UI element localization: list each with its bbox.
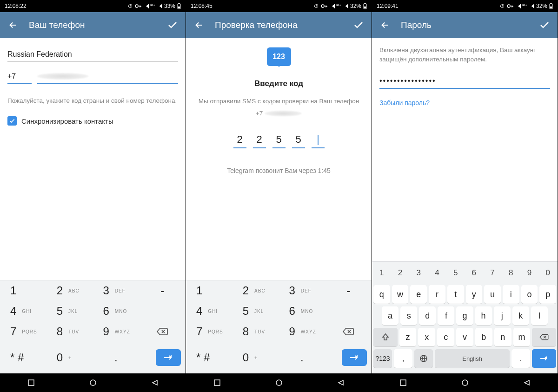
keypad-key-1[interactable]: 1 bbox=[0, 280, 46, 301]
symbols-key[interactable]: ?123 bbox=[373, 349, 392, 368]
keypad-key-3[interactable]: 3DEF bbox=[93, 280, 140, 301]
key-b[interactable]: b bbox=[475, 328, 492, 346]
globe-key[interactable] bbox=[414, 349, 433, 368]
key-8[interactable]: 8 bbox=[503, 264, 519, 282]
keypad-key-9[interactable]: 9WXYZ bbox=[279, 321, 326, 342]
keypad-enter[interactable] bbox=[139, 342, 186, 373]
key-2[interactable]: 2 bbox=[392, 264, 409, 282]
nav-back-icon[interactable] bbox=[337, 379, 345, 386]
key-e[interactable]: e bbox=[410, 285, 427, 304]
keypad-key-6[interactable]: 6MNO bbox=[279, 301, 326, 321]
key-i[interactable]: i bbox=[503, 285, 519, 304]
phone-number-input[interactable] bbox=[37, 70, 178, 84]
keypad-key-x[interactable]: - bbox=[139, 280, 186, 301]
key-m[interactable]: m bbox=[513, 328, 531, 346]
key-f[interactable]: f bbox=[438, 306, 454, 325]
key-0[interactable]: 0 bbox=[539, 264, 556, 282]
nav-recent-icon[interactable] bbox=[27, 379, 35, 386]
comma-key[interactable]: , bbox=[394, 349, 412, 368]
key-1[interactable]: 1 bbox=[373, 264, 390, 282]
nav-recent-icon[interactable] bbox=[399, 379, 407, 386]
keypad-key-0[interactable]: 0+ bbox=[46, 342, 93, 373]
keypad-key-x[interactable]: . bbox=[279, 342, 326, 373]
key-o[interactable]: o bbox=[521, 285, 538, 304]
key-r[interactable]: r bbox=[429, 285, 445, 304]
code-input-row[interactable]: 2255 bbox=[193, 133, 364, 148]
sync-checkbox[interactable] bbox=[7, 116, 17, 126]
keypad-key-7[interactable]: 7PQRS bbox=[0, 321, 46, 342]
keypad-key-6[interactable]: 6MNO bbox=[93, 301, 140, 321]
key-4[interactable]: 4 bbox=[429, 264, 445, 282]
keypad-key-1[interactable]: 1 bbox=[186, 280, 232, 301]
space-key[interactable]: English bbox=[435, 349, 509, 368]
backspace-key[interactable] bbox=[532, 328, 556, 346]
keypad-backspace[interactable] bbox=[325, 321, 372, 342]
key-t[interactable]: t bbox=[447, 285, 464, 304]
key-5[interactable]: 5 bbox=[447, 264, 464, 282]
keypad-backspace[interactable] bbox=[139, 321, 186, 342]
key-p[interactable]: p bbox=[539, 285, 556, 304]
key-g[interactable]: g bbox=[456, 306, 473, 325]
code-digit-2[interactable]: 5 bbox=[272, 133, 286, 148]
key-w[interactable]: w bbox=[392, 285, 409, 304]
enter-key[interactable] bbox=[532, 349, 556, 368]
key-9[interactable]: 9 bbox=[521, 264, 538, 282]
code-digit-3[interactable]: 5 bbox=[292, 133, 305, 148]
password-input[interactable]: •••••••••••••••• bbox=[379, 74, 550, 89]
code-digit-0[interactable]: 2 bbox=[233, 133, 246, 148]
code-digit-4[interactable] bbox=[312, 133, 325, 148]
key-a[interactable]: a bbox=[382, 306, 399, 325]
key-c[interactable]: c bbox=[437, 328, 454, 346]
keypad-key-5[interactable]: 5JKL bbox=[232, 301, 279, 321]
done-button[interactable] bbox=[350, 17, 367, 33]
key-j[interactable]: j bbox=[494, 306, 511, 325]
keypad-key-5[interactable]: 5JKL bbox=[46, 301, 93, 321]
nav-back-icon[interactable] bbox=[523, 379, 531, 386]
forgot-password-link[interactable]: Забыли пароль? bbox=[379, 99, 550, 106]
key-3[interactable]: 3 bbox=[410, 264, 427, 282]
code-digit-1[interactable]: 2 bbox=[253, 133, 266, 148]
keypad-key-8[interactable]: 8TUV bbox=[232, 321, 279, 342]
period-key[interactable]: . bbox=[512, 349, 530, 368]
key-z[interactable]: z bbox=[399, 328, 417, 346]
key-d[interactable]: d bbox=[419, 306, 436, 325]
sync-contacts-row[interactable]: Синхронизировать контакты bbox=[7, 116, 178, 126]
key-q[interactable]: q bbox=[373, 285, 390, 304]
keypad-key-9[interactable]: 9WXYZ bbox=[93, 321, 140, 342]
keypad-key-2[interactable]: 2ABC bbox=[46, 280, 93, 301]
nav-home-icon[interactable] bbox=[89, 379, 97, 386]
keypad-key-xxx[interactable]: * # bbox=[186, 342, 232, 373]
back-button[interactable] bbox=[191, 17, 207, 33]
keypad-enter[interactable] bbox=[325, 342, 372, 373]
key-u[interactable]: u bbox=[484, 285, 501, 304]
keypad-key-2[interactable]: 2ABC bbox=[232, 280, 279, 301]
key-n[interactable]: n bbox=[494, 328, 512, 346]
keypad-key-8[interactable]: 8TUV bbox=[46, 321, 93, 342]
keypad-key-x[interactable]: - bbox=[325, 280, 372, 301]
country-code-input[interactable]: +7 bbox=[7, 69, 32, 84]
key-k[interactable]: k bbox=[512, 306, 529, 325]
keypad-key-4[interactable]: 4GHI bbox=[0, 301, 46, 321]
nav-recent-icon[interactable] bbox=[213, 379, 221, 386]
nav-back-icon[interactable] bbox=[151, 379, 159, 386]
key-v[interactable]: v bbox=[456, 328, 473, 346]
key-h[interactable]: h bbox=[475, 306, 492, 325]
nav-home-icon[interactable] bbox=[461, 379, 469, 386]
keypad-key-4[interactable]: 4GHI bbox=[186, 301, 232, 321]
country-select[interactable]: Russian Federation bbox=[7, 46, 178, 62]
keypad-key-x[interactable]: . bbox=[93, 342, 140, 373]
key-s[interactable]: s bbox=[400, 306, 417, 325]
keypad-key-xxx[interactable]: * # bbox=[0, 342, 46, 373]
shift-key[interactable] bbox=[373, 328, 398, 346]
nav-home-icon[interactable] bbox=[275, 379, 283, 386]
back-button[interactable] bbox=[377, 17, 393, 33]
key-y[interactable]: y bbox=[466, 285, 483, 304]
done-button[interactable] bbox=[536, 17, 553, 33]
back-button[interactable] bbox=[5, 17, 21, 33]
key-x[interactable]: x bbox=[418, 328, 435, 346]
keypad-key-3[interactable]: 3DEF bbox=[279, 280, 326, 301]
keypad-key-7[interactable]: 7PQRS bbox=[186, 321, 232, 342]
done-button[interactable] bbox=[164, 17, 181, 33]
key-l[interactable]: l bbox=[531, 306, 548, 325]
keypad-key-0[interactable]: 0+ bbox=[232, 342, 279, 373]
